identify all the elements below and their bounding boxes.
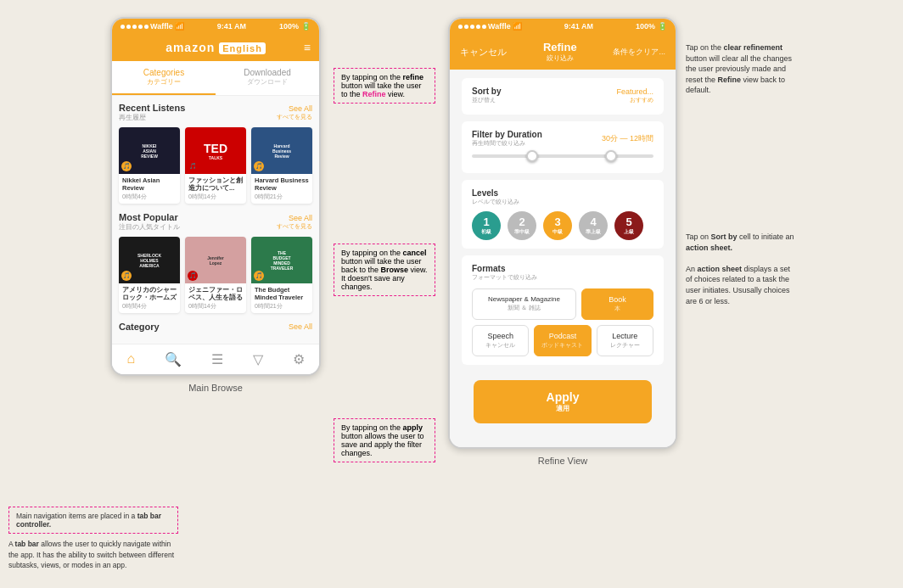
refine-ann-text: By tapping on the refine button will tak… [341,73,423,98]
level-2-bubble[interactable]: 2 準中級 [508,211,536,240]
dot5 [144,25,149,29]
dot4 [138,25,143,29]
left-annotation-panel [8,17,102,466]
card-image-harvard: HarvardBusinessReview 🎵 [251,127,312,174]
popular-see-all-text: See All [289,214,312,222]
level-5-bubble[interactable]: 5 上級 [614,211,643,240]
sort-value-block: Featured... おすすめ [616,87,653,104]
nav-home[interactable]: ⌂ [126,351,135,367]
dot2 [126,25,131,29]
level-4-jp: 準上級 [586,228,601,236]
popular-section-header: Most Popular 注目の人気タイトル See All すべてを見る [119,212,312,232]
refine-cancel-btn[interactable]: キャンセル [460,46,507,59]
ted-talks: TALKS [204,155,227,160]
jennifer-badge: 🎵 [188,271,198,281]
format-newspaper[interactable]: Newspaper & Magazine 新聞 ＆ 雑誌 [472,288,576,320]
speech-label: Speech [487,332,513,340]
signal-dots [121,25,149,29]
r-dot5 [482,25,486,29]
level-4-bubble[interactable]: 4 準上級 [579,211,608,240]
apply-ann-text: By tapping on the apply button allows th… [341,423,424,457]
podcast-jp: ポッドキャスト [538,341,586,350]
popular-jp: 注目の人気タイトル [119,222,180,232]
level-3-num: 3 [554,216,560,227]
duration-slider[interactable] [472,154,653,158]
card-ted[interactable]: TED TALKS 🎵 ファッションと創造力について... 0時間14分 [185,127,246,204]
battery-label: 100% [279,22,299,31]
cancel-annotation: By tapping on the cancel button will tak… [334,244,435,300]
popular-see-all-jp: すべてを見る [277,222,312,231]
apply-button[interactable]: Apply 適用 [474,380,652,423]
formats-row1: Newspaper & Magazine 新聞 ＆ 雑誌 Book 本 [472,288,653,320]
nikkei-time: 0時間4分 [119,193,180,204]
tab-bar-ann-text: Main navigation items are placed in a ta… [16,512,161,529]
tab-downloaded[interactable]: Downloaded ダウンロード [216,61,319,95]
refine-wifi-icon: 📶 [513,22,522,31]
tab-bar-desc: A tab bar allows the user to quickly nav… [8,539,178,571]
format-lecture[interactable]: Lecture レクチャー [597,325,653,356]
card-sherlock[interactable]: SHERLOCKHOLMESAMERICA 🎵 アメリカのシャーロック・ホームズ… [119,237,180,313]
refine-battery: 100% 🔋 [636,22,667,31]
bottom-annotations: Main navigation items are placed in a ta… [8,507,178,571]
popular-title: Most Popular [119,212,180,222]
level-1-jp: 初級 [481,228,491,236]
nav-settings[interactable]: ⚙ [293,351,305,367]
apply-ann-box: By tapping on the apply button allows th… [334,418,435,462]
book-label: Book [609,295,626,304]
nav-filter[interactable]: ▽ [253,351,263,367]
recent-section-header: Recent Listens 再生履歴 See All すべてを見る [119,103,312,122]
main-browse-mockup: Waffle 📶 9:41 AM 100% 🔋 amazon English ≡ [110,17,321,466]
formats-label: Formats [472,264,653,273]
category-see-all[interactable]: See All [289,322,312,331]
right-annotations-panel: Tap on the clear refinement button will … [686,17,796,466]
cancel-ann-text: By tapping on the cancel button will tak… [341,249,428,291]
downloaded-label: Downloaded [244,68,291,77]
cancel-ann-box: By tapping on the cancel button will tak… [334,244,435,296]
card-nikkei[interactable]: NIKKEIASIANREVIEW 🎵 Nikkei Asian Review … [119,127,180,204]
harvard-badge: 🎵 [254,161,264,171]
nav-search[interactable]: 🔍 [165,351,182,367]
recent-see-all[interactable]: See All すべてを見る [277,104,312,121]
nikkei-image-text: NIKKEIASIANREVIEW [141,143,158,159]
app-header: amazon English ≡ [112,34,319,61]
main-browse-label: Main Browse [188,383,243,393]
budget-time: 0時間21分 [251,302,312,313]
middle-annotations-panel: By tapping on the refine button will tak… [329,17,440,466]
jennifer-text: JenniferLopez [207,255,223,266]
refine-title-block: Refine 絞り込み [543,41,577,63]
budget-text: THEBUDGETMINDEDTRAVELER [269,249,295,272]
nav-list[interactable]: ☰ [211,351,223,367]
popular-see-all[interactable]: See All すべてを見る [277,214,312,231]
card-jennifer[interactable]: JenniferLopez 🎵 ジェニファー・ロペス、人生を語る 0時間14分 [185,237,246,313]
sort-value-jp: おすすめ [616,96,653,104]
settings-icon[interactable]: ≡ [304,41,311,54]
tab-categories[interactable]: Categories カテゴリー [112,61,216,95]
sort-by-inner: Sort by 並び替え Featured... おすすめ [472,87,653,104]
sort-by-row[interactable]: Sort by 並び替え Featured... おすすめ [462,78,664,115]
format-speech[interactable]: Speech キャンセル [472,325,529,356]
jennifer-title: ジェニファー・ロペス、人生を語る [185,283,246,302]
slider-thumb-right[interactable] [605,150,617,162]
formats-label-jp: フォーマットで絞り込み [472,273,653,282]
level-3-bubble[interactable]: 3 中級 [543,211,572,240]
card-budget[interactable]: THEBUDGETMINDEDTRAVELER 🎵 The Budget Min… [251,237,312,313]
level-1-bubble[interactable]: 1 初級 [472,211,501,240]
status-bar-main: Waffle 📶 9:41 AM 100% 🔋 [112,19,319,34]
formats-section: Formats フォーマットで絞り込み Newspaper & Magazine… [462,255,664,365]
r-dot1 [458,25,463,29]
duration-label: Filter by Duration [472,130,542,139]
format-podcast[interactable]: Podcast ポッドキャスト [534,325,591,356]
lecture-jp: レクチャー [601,341,649,350]
refine-clear-btn[interactable]: 条件をクリア... [613,47,665,58]
refine-ann-box: By tapping on the refine button will tak… [334,68,435,104]
format-book[interactable]: Book 本 [581,288,653,320]
clear-ann-text: Tap on the clear refinement button will … [686,43,792,94]
refine-battery-label: 100% [636,22,655,31]
refine-mockup-wrapper: Waffle 📶 9:41 AM 100% 🔋 キャンセル Refine 絞り込… [448,17,677,466]
card-harvard[interactable]: HarvardBusinessReview 🎵 Harvard Business… [251,127,312,204]
ted-logo: TED [204,142,227,155]
sort-annotation: Tap on Sort by cell to initiate an actio… [686,232,796,306]
recent-see-all-text: See All [289,104,312,113]
slider-thumb-left[interactable] [526,150,538,162]
sherlock-text: SHERLOCKHOLMESAMERICA [137,253,161,268]
